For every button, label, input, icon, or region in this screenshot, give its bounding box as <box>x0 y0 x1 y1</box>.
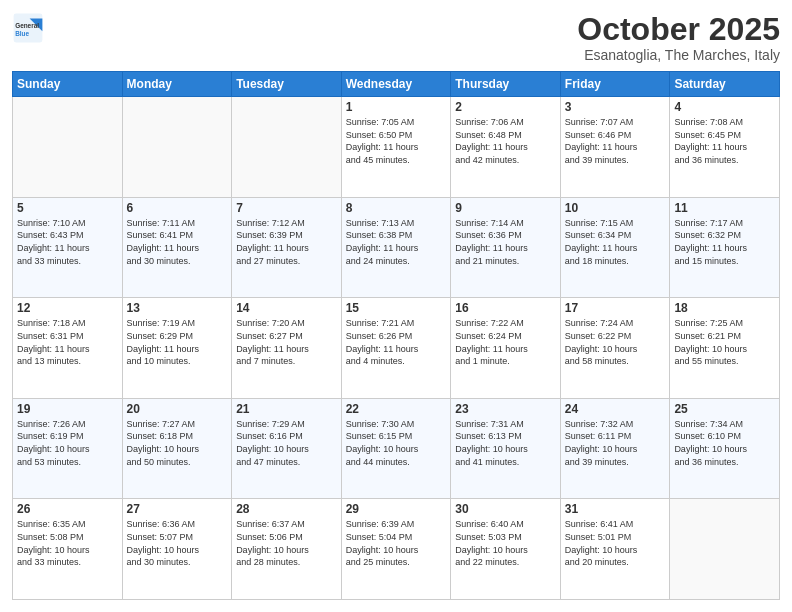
day-number: 31 <box>565 502 666 516</box>
col-saturday: Saturday <box>670 72 780 97</box>
day-number: 28 <box>236 502 337 516</box>
day-info: Sunrise: 7:21 AM Sunset: 6:26 PM Dayligh… <box>346 317 447 367</box>
day-info: Sunrise: 7:07 AM Sunset: 6:46 PM Dayligh… <box>565 116 666 166</box>
table-row: 18Sunrise: 7:25 AM Sunset: 6:21 PM Dayli… <box>670 298 780 399</box>
table-row <box>122 97 232 198</box>
table-row: 21Sunrise: 7:29 AM Sunset: 6:16 PM Dayli… <box>232 398 342 499</box>
day-info: Sunrise: 7:22 AM Sunset: 6:24 PM Dayligh… <box>455 317 556 367</box>
calendar-table: Sunday Monday Tuesday Wednesday Thursday… <box>12 71 780 600</box>
header: General Blue October 2025 Esanatoglia, T… <box>12 12 780 63</box>
day-number: 16 <box>455 301 556 315</box>
table-row: 31Sunrise: 6:41 AM Sunset: 5:01 PM Dayli… <box>560 499 670 600</box>
day-number: 4 <box>674 100 775 114</box>
col-thursday: Thursday <box>451 72 561 97</box>
col-sunday: Sunday <box>13 72 123 97</box>
day-number: 13 <box>127 301 228 315</box>
day-number: 1 <box>346 100 447 114</box>
table-row: 22Sunrise: 7:30 AM Sunset: 6:15 PM Dayli… <box>341 398 451 499</box>
table-row: 7Sunrise: 7:12 AM Sunset: 6:39 PM Daylig… <box>232 197 342 298</box>
day-info: Sunrise: 7:32 AM Sunset: 6:11 PM Dayligh… <box>565 418 666 468</box>
table-row: 1Sunrise: 7:05 AM Sunset: 6:50 PM Daylig… <box>341 97 451 198</box>
day-number: 22 <box>346 402 447 416</box>
day-info: Sunrise: 7:18 AM Sunset: 6:31 PM Dayligh… <box>17 317 118 367</box>
week-row-5: 26Sunrise: 6:35 AM Sunset: 5:08 PM Dayli… <box>13 499 780 600</box>
table-row: 12Sunrise: 7:18 AM Sunset: 6:31 PM Dayli… <box>13 298 123 399</box>
col-tuesday: Tuesday <box>232 72 342 97</box>
day-number: 6 <box>127 201 228 215</box>
day-number: 14 <box>236 301 337 315</box>
day-info: Sunrise: 7:08 AM Sunset: 6:45 PM Dayligh… <box>674 116 775 166</box>
day-number: 17 <box>565 301 666 315</box>
day-number: 9 <box>455 201 556 215</box>
table-row: 29Sunrise: 6:39 AM Sunset: 5:04 PM Dayli… <box>341 499 451 600</box>
day-number: 15 <box>346 301 447 315</box>
table-row: 23Sunrise: 7:31 AM Sunset: 6:13 PM Dayli… <box>451 398 561 499</box>
day-number: 27 <box>127 502 228 516</box>
table-row: 19Sunrise: 7:26 AM Sunset: 6:19 PM Dayli… <box>13 398 123 499</box>
day-info: Sunrise: 6:41 AM Sunset: 5:01 PM Dayligh… <box>565 518 666 568</box>
table-row: 3Sunrise: 7:07 AM Sunset: 6:46 PM Daylig… <box>560 97 670 198</box>
table-row <box>670 499 780 600</box>
col-monday: Monday <box>122 72 232 97</box>
table-row: 17Sunrise: 7:24 AM Sunset: 6:22 PM Dayli… <box>560 298 670 399</box>
day-info: Sunrise: 7:20 AM Sunset: 6:27 PM Dayligh… <box>236 317 337 367</box>
day-info: Sunrise: 7:06 AM Sunset: 6:48 PM Dayligh… <box>455 116 556 166</box>
table-row: 16Sunrise: 7:22 AM Sunset: 6:24 PM Dayli… <box>451 298 561 399</box>
day-number: 2 <box>455 100 556 114</box>
title-block: October 2025 Esanatoglia, The Marches, I… <box>577 12 780 63</box>
calendar-page: General Blue October 2025 Esanatoglia, T… <box>0 0 792 612</box>
day-number: 25 <box>674 402 775 416</box>
location: Esanatoglia, The Marches, Italy <box>577 47 780 63</box>
day-info: Sunrise: 7:24 AM Sunset: 6:22 PM Dayligh… <box>565 317 666 367</box>
table-row: 10Sunrise: 7:15 AM Sunset: 6:34 PM Dayli… <box>560 197 670 298</box>
svg-text:Blue: Blue <box>15 30 29 37</box>
table-row: 20Sunrise: 7:27 AM Sunset: 6:18 PM Dayli… <box>122 398 232 499</box>
day-number: 19 <box>17 402 118 416</box>
day-number: 7 <box>236 201 337 215</box>
day-info: Sunrise: 6:35 AM Sunset: 5:08 PM Dayligh… <box>17 518 118 568</box>
day-number: 30 <box>455 502 556 516</box>
day-info: Sunrise: 7:05 AM Sunset: 6:50 PM Dayligh… <box>346 116 447 166</box>
day-info: Sunrise: 7:26 AM Sunset: 6:19 PM Dayligh… <box>17 418 118 468</box>
table-row: 30Sunrise: 6:40 AM Sunset: 5:03 PM Dayli… <box>451 499 561 600</box>
day-number: 8 <box>346 201 447 215</box>
logo-icon: General Blue <box>12 12 44 44</box>
col-wednesday: Wednesday <box>341 72 451 97</box>
day-info: Sunrise: 7:29 AM Sunset: 6:16 PM Dayligh… <box>236 418 337 468</box>
day-info: Sunrise: 7:11 AM Sunset: 6:41 PM Dayligh… <box>127 217 228 267</box>
day-info: Sunrise: 7:30 AM Sunset: 6:15 PM Dayligh… <box>346 418 447 468</box>
day-number: 5 <box>17 201 118 215</box>
day-info: Sunrise: 7:25 AM Sunset: 6:21 PM Dayligh… <box>674 317 775 367</box>
day-number: 26 <box>17 502 118 516</box>
day-info: Sunrise: 6:40 AM Sunset: 5:03 PM Dayligh… <box>455 518 556 568</box>
day-number: 23 <box>455 402 556 416</box>
table-row: 11Sunrise: 7:17 AM Sunset: 6:32 PM Dayli… <box>670 197 780 298</box>
day-info: Sunrise: 7:31 AM Sunset: 6:13 PM Dayligh… <box>455 418 556 468</box>
table-row: 13Sunrise: 7:19 AM Sunset: 6:29 PM Dayli… <box>122 298 232 399</box>
week-row-1: 1Sunrise: 7:05 AM Sunset: 6:50 PM Daylig… <box>13 97 780 198</box>
day-number: 3 <box>565 100 666 114</box>
day-number: 18 <box>674 301 775 315</box>
day-number: 10 <box>565 201 666 215</box>
calendar-header-row: Sunday Monday Tuesday Wednesday Thursday… <box>13 72 780 97</box>
table-row: 28Sunrise: 6:37 AM Sunset: 5:06 PM Dayli… <box>232 499 342 600</box>
day-info: Sunrise: 7:13 AM Sunset: 6:38 PM Dayligh… <box>346 217 447 267</box>
table-row: 5Sunrise: 7:10 AM Sunset: 6:43 PM Daylig… <box>13 197 123 298</box>
table-row: 6Sunrise: 7:11 AM Sunset: 6:41 PM Daylig… <box>122 197 232 298</box>
svg-text:General: General <box>15 22 39 29</box>
col-friday: Friday <box>560 72 670 97</box>
day-info: Sunrise: 7:15 AM Sunset: 6:34 PM Dayligh… <box>565 217 666 267</box>
day-info: Sunrise: 7:12 AM Sunset: 6:39 PM Dayligh… <box>236 217 337 267</box>
day-info: Sunrise: 6:37 AM Sunset: 5:06 PM Dayligh… <box>236 518 337 568</box>
day-info: Sunrise: 7:17 AM Sunset: 6:32 PM Dayligh… <box>674 217 775 267</box>
day-number: 24 <box>565 402 666 416</box>
table-row: 4Sunrise: 7:08 AM Sunset: 6:45 PM Daylig… <box>670 97 780 198</box>
table-row: 2Sunrise: 7:06 AM Sunset: 6:48 PM Daylig… <box>451 97 561 198</box>
day-info: Sunrise: 7:19 AM Sunset: 6:29 PM Dayligh… <box>127 317 228 367</box>
week-row-4: 19Sunrise: 7:26 AM Sunset: 6:19 PM Dayli… <box>13 398 780 499</box>
week-row-2: 5Sunrise: 7:10 AM Sunset: 6:43 PM Daylig… <box>13 197 780 298</box>
day-number: 29 <box>346 502 447 516</box>
table-row: 26Sunrise: 6:35 AM Sunset: 5:08 PM Dayli… <box>13 499 123 600</box>
day-info: Sunrise: 7:10 AM Sunset: 6:43 PM Dayligh… <box>17 217 118 267</box>
day-info: Sunrise: 7:34 AM Sunset: 6:10 PM Dayligh… <box>674 418 775 468</box>
